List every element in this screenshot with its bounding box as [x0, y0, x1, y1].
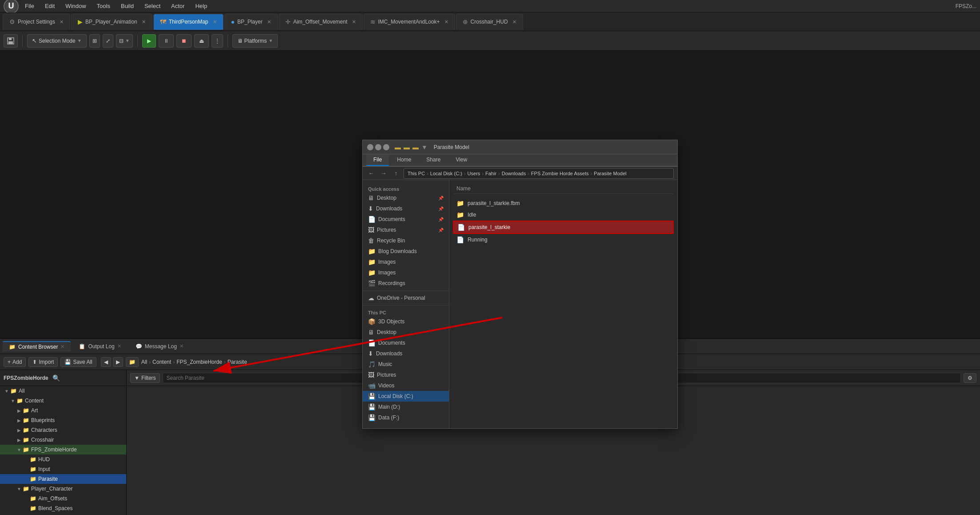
- menu-edit[interactable]: Edit: [40, 2, 59, 10]
- tree-item-blueprints[interactable]: ▶ 📁 Blueprints: [0, 415, 126, 425]
- fe-file-parasite[interactable]: 📄 parasite_l_starkie: [453, 221, 674, 234]
- tree-item-hud[interactable]: 📁 HUD: [0, 455, 126, 464]
- more-btn[interactable]: ⋮: [212, 34, 223, 48]
- menu-window[interactable]: Window: [61, 2, 90, 10]
- fe-sidebar-onedrive[interactable]: ☁ OneDrive - Personal: [363, 293, 449, 303]
- fe-local-disk-c[interactable]: 💾 Local Disk (C:): [363, 391, 449, 402]
- fe-pc-downloads[interactable]: ⬇ Downloads: [363, 348, 449, 359]
- tree-item-player-character[interactable]: ▼ 📁 Player_Character: [0, 484, 126, 494]
- tab-content-browser[interactable]: 📁 Content Browser ✕: [3, 341, 71, 352]
- fe-pc-desktop[interactable]: 🖥 Desktop: [363, 327, 449, 338]
- panel-tab-close-icon[interactable]: ✕: [60, 344, 64, 350]
- tree-item-all[interactable]: ▼ 📁 All: [0, 386, 126, 396]
- tab-output-log[interactable]: 📋 Output Log ✕: [72, 342, 127, 351]
- breadcrumb-all[interactable]: All: [141, 359, 147, 365]
- tree-item-characters[interactable]: ▶ 📁 Characters: [0, 425, 126, 435]
- fe-maximize-btn[interactable]: [375, 144, 381, 150]
- fe-sidebar-images2[interactable]: 📁 Images: [363, 267, 449, 278]
- fe-back-btn[interactable]: ←: [366, 169, 376, 178]
- platforms-btn[interactable]: 🖥 Platforms ▼: [232, 34, 278, 48]
- tab-crosshair[interactable]: ⊕ Crosshair_HUD ✕: [456, 14, 523, 30]
- fe-up-btn[interactable]: ↑: [391, 169, 401, 178]
- fe-data-f[interactable]: 💾 Data (F:): [363, 412, 449, 423]
- transform-btn[interactable]: ⊞: [89, 34, 100, 48]
- fe-tab-home[interactable]: Home: [390, 154, 418, 166]
- breadcrumb-fps[interactable]: FPS_ZombieHorde: [176, 359, 222, 365]
- fe-pc-pictures[interactable]: 🖼 Pictures: [363, 370, 449, 380]
- tab-close-icon[interactable]: ✕: [213, 19, 217, 25]
- tab-aim-offset[interactable]: ✛ Aim_Offset_Movement ✕: [279, 14, 363, 30]
- fe-tab-file[interactable]: File: [366, 154, 389, 166]
- fe-pc-music[interactable]: 🎵 Music: [363, 359, 449, 370]
- menu-select[interactable]: Select: [140, 2, 165, 10]
- tree-item-aim-offsets[interactable]: 📁 Aim_Offsets: [0, 494, 126, 503]
- tree-item-content[interactable]: ▼ 📁 Content: [0, 396, 126, 406]
- fe-path-downloads[interactable]: Downloads: [502, 171, 526, 176]
- tab-bp-player[interactable]: ● BP_Player ✕: [224, 14, 278, 30]
- fe-path-pc[interactable]: This PC: [408, 171, 425, 176]
- filter-btn[interactable]: ▼ Filters: [130, 373, 160, 383]
- fe-path-parasite[interactable]: Parasite Model: [594, 171, 626, 176]
- tree-item-art[interactable]: ▶ 📁 Art: [0, 406, 126, 415]
- fe-sidebar-documents[interactable]: 📄 Documents 📌: [363, 214, 449, 225]
- fe-3d-objects[interactable]: 📦 3D Objects: [363, 316, 449, 327]
- menu-tools[interactable]: Tools: [92, 2, 115, 10]
- fe-close-btn[interactable]: [383, 144, 389, 150]
- tab-close-icon[interactable]: ✕: [60, 19, 64, 25]
- folder-nav-btn[interactable]: 📁: [126, 357, 139, 367]
- settings-btn[interactable]: ⚙: [964, 373, 976, 383]
- fe-sidebar-blog-downloads[interactable]: 📁 Blog Downloads: [363, 246, 449, 257]
- fe-pc-documents[interactable]: 📄 Documents: [363, 338, 449, 348]
- fe-path[interactable]: This PC › Local Disk (C:) › Users › Fahi…: [404, 168, 674, 179]
- pause-btn[interactable]: ⏸: [159, 34, 174, 48]
- tree-item-parasite[interactable]: 📁 Parasite: [0, 474, 126, 484]
- tree-item-blend-spaces[interactable]: 📁 Blend_Spaces: [0, 503, 126, 513]
- panel-tab-close-icon[interactable]: ✕: [117, 343, 121, 349]
- tab-close-icon[interactable]: ✕: [352, 19, 356, 25]
- fe-tab-share[interactable]: Share: [419, 154, 448, 166]
- tree-item-fps-zombiehorde[interactable]: ▼ 📁 FPS_ZombieHorde: [0, 445, 126, 455]
- tab-close-icon[interactable]: ✕: [444, 19, 448, 25]
- tree-item-input[interactable]: 📁 Input: [0, 464, 126, 474]
- fe-sidebar-recycle-bin[interactable]: 🗑 Recycle Bin: [363, 235, 449, 246]
- fe-tab-view[interactable]: View: [448, 154, 474, 166]
- import-btn[interactable]: ⬆ Import: [28, 357, 58, 367]
- sidebar-search-btn[interactable]: 🔍: [51, 373, 62, 383]
- tree-item-level-prototyping[interactable]: ▶ 📁 LevelPrototyping: [0, 513, 126, 515]
- fe-path-users[interactable]: Users: [468, 171, 480, 176]
- fe-path-assets[interactable]: FPS Zombie Horde Assets: [531, 171, 589, 176]
- tab-close-icon[interactable]: ✕: [142, 19, 146, 25]
- tree-item-crosshair[interactable]: ▶ 📁 Crosshair: [0, 435, 126, 445]
- tab-third-person-map[interactable]: 🗺 ThirdPersonMap ✕: [153, 14, 224, 30]
- fe-minimize-btn[interactable]: [367, 144, 373, 150]
- fe-sidebar-downloads[interactable]: ⬇ Downloads 📌: [363, 203, 449, 214]
- menu-actor[interactable]: Actor: [167, 2, 189, 10]
- breadcrumb-parasite[interactable]: Parasite: [228, 359, 247, 365]
- fe-sidebar-images1[interactable]: 📁 Images: [363, 257, 449, 267]
- save-all-btn[interactable]: 💾 Save All: [60, 357, 96, 367]
- tab-project-settings[interactable]: ⚙ Project Settings ✕: [3, 14, 70, 30]
- tab-imc[interactable]: ≋ IMC_MovementAndLook+ ✕: [364, 14, 455, 30]
- selection-mode-btn[interactable]: ↖ Selection Mode ▼: [27, 34, 87, 48]
- fe-file-fbm[interactable]: 📁 parasite_l_starkie.fbm: [453, 197, 674, 209]
- tab-bp-player-animation[interactable]: ▶ BP_Player_Animation ✕: [71, 14, 152, 30]
- save-current-btn[interactable]: [4, 34, 18, 48]
- menu-help[interactable]: Help: [191, 2, 212, 10]
- play-btn[interactable]: ▶: [142, 34, 156, 48]
- fe-sidebar-pictures[interactable]: 🖼 Pictures 📌: [363, 225, 449, 235]
- fe-file-idle[interactable]: 📁 Idle: [453, 209, 674, 221]
- translate-btn[interactable]: ⤢: [103, 34, 113, 48]
- fe-sidebar-recordings[interactable]: 🎬 Recordings: [363, 278, 449, 289]
- fe-main-d[interactable]: 💾 Main (D:): [363, 402, 449, 412]
- eject-btn[interactable]: ⏏: [194, 34, 209, 48]
- menu-build[interactable]: Build: [116, 2, 138, 10]
- fe-path-fahir[interactable]: Fahir: [485, 171, 496, 176]
- snap-btn[interactable]: ⊟ ▼: [116, 34, 133, 48]
- fe-sidebar-desktop[interactable]: 🖥 Desktop 📌: [363, 193, 449, 203]
- stop-btn[interactable]: ⏹: [176, 34, 192, 48]
- add-btn[interactable]: + Add: [4, 357, 26, 367]
- fe-path-localdisk[interactable]: Local Disk (C:): [430, 171, 462, 176]
- tab-message-log[interactable]: 💬 Message Log ✕: [129, 342, 190, 351]
- panel-tab-close-icon[interactable]: ✕: [180, 343, 184, 349]
- tab-close-icon[interactable]: ✕: [512, 19, 516, 25]
